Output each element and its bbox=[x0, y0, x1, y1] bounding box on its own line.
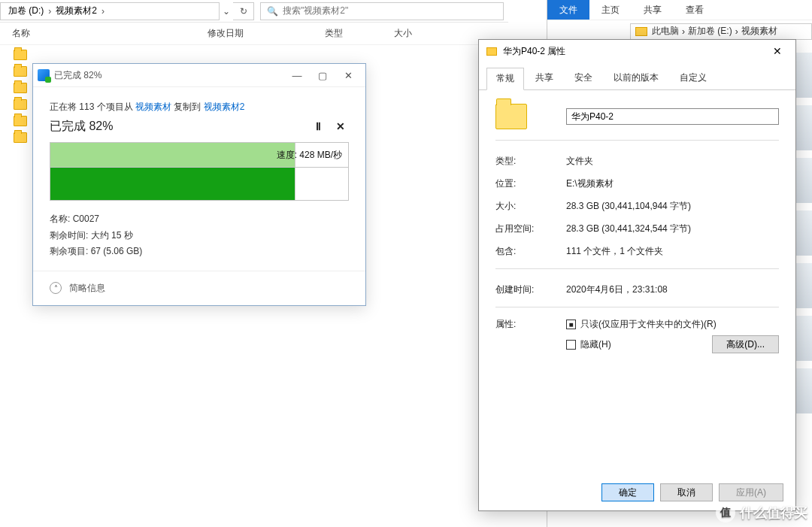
watermark: 值 什么值得买 bbox=[716, 503, 807, 522]
folder-icon bbox=[14, 83, 27, 93]
list-item[interactable] bbox=[14, 47, 508, 63]
label-sizeondisk: 占用空间: bbox=[495, 223, 566, 235]
cancel-button[interactable]: 取消 bbox=[660, 483, 713, 501]
search-placeholder: 搜索"视频素材2" bbox=[283, 5, 348, 17]
search-input[interactable]: 🔍 搜索"视频素材2" bbox=[260, 2, 504, 20]
pause-button[interactable]: Ⅱ bbox=[310, 118, 326, 135]
properties-footer: 确定 取消 应用(A) bbox=[601, 483, 783, 501]
more-info-toggle[interactable]: ˄ 简略信息 bbox=[33, 271, 365, 305]
minimize-button[interactable]: — bbox=[284, 66, 310, 84]
ok-button[interactable]: 确定 bbox=[601, 483, 654, 501]
ribbon-tab-home[interactable]: 主页 bbox=[589, 0, 632, 20]
watermark-icon: 值 bbox=[716, 503, 735, 522]
progress-bar bbox=[50, 168, 349, 201]
copy-percent-row: 已完成 82% Ⅱ ✕ bbox=[50, 118, 349, 135]
speed-fill bbox=[50, 143, 295, 167]
copy-items-left: 剩余项目: 67 (5.06 GB) bbox=[50, 244, 349, 260]
value-sizeondisk: 28.3 GB (30,441,324,544 字节) bbox=[566, 223, 779, 235]
apply-button[interactable]: 应用(A) bbox=[719, 483, 783, 501]
speed-label: 速度: 428 MB/秒 bbox=[277, 149, 342, 162]
breadcrumb-seg[interactable]: 视频素材 bbox=[741, 25, 777, 38]
chevron-right-icon: › bbox=[47, 6, 53, 17]
copy-dest-link[interactable]: 视频素材2 bbox=[204, 101, 245, 112]
label-attributes: 属性: bbox=[495, 318, 566, 331]
col-type[interactable]: 类型 bbox=[325, 27, 394, 40]
value-location: E:\视频素材 bbox=[566, 177, 779, 190]
chevron-up-icon: ˄ bbox=[50, 282, 62, 294]
properties-title: 华为P40-2 属性 bbox=[503, 45, 762, 58]
folder-icon bbox=[486, 47, 497, 56]
tab-share[interactable]: 共享 bbox=[526, 67, 563, 89]
file-copy-dialog: 已完成 82% — ▢ ✕ 正在将 113 个项目从 视频素材 复制到 视频素材… bbox=[32, 63, 366, 306]
search-icon: 🔍 bbox=[267, 6, 278, 17]
chevron-right-icon: › bbox=[100, 6, 106, 17]
folder-icon bbox=[14, 50, 27, 60]
close-button[interactable]: ✕ bbox=[762, 41, 792, 61]
copy-item-name: 名称: C0027 bbox=[50, 211, 349, 228]
tab-customize[interactable]: 自定义 bbox=[670, 67, 717, 89]
copy-sentence: 正在将 113 个项目从 视频素材 复制到 视频素材2 bbox=[50, 101, 349, 114]
copy-dialog-body: 正在将 113 个项目从 视频素材 复制到 视频素材2 已完成 82% Ⅱ ✕ … bbox=[33, 86, 365, 271]
checkbox-hidden[interactable] bbox=[566, 340, 576, 350]
breadcrumb[interactable]: 加卷 (D:) › 视频素材2 › bbox=[0, 2, 220, 20]
watermark-text: 什么值得买 bbox=[740, 504, 807, 522]
close-button[interactable]: ✕ bbox=[335, 66, 361, 84]
breadcrumb-dropdown-icon[interactable]: ⌄ bbox=[220, 6, 233, 17]
label-size: 大小: bbox=[495, 200, 566, 213]
tab-security[interactable]: 安全 bbox=[565, 67, 602, 89]
breadcrumb-right[interactable]: 此电脑 › 新加卷 (E:) › 视频素材 bbox=[630, 23, 812, 40]
folder-icon bbox=[635, 27, 647, 36]
copy-percent-text: 已完成 82% bbox=[50, 119, 304, 135]
folder-icon bbox=[14, 99, 27, 110]
copy-source-link[interactable]: 视频素材 bbox=[135, 101, 171, 112]
tab-previous-versions[interactable]: 以前的版本 bbox=[604, 67, 668, 89]
speed-chart: 速度: 428 MB/秒 bbox=[50, 142, 349, 168]
breadcrumb-seg[interactable]: 新加卷 (E:) bbox=[688, 25, 732, 38]
refresh-button[interactable]: ↻ bbox=[233, 2, 254, 20]
checkbox-readonly[interactable]: ■ bbox=[566, 320, 576, 329]
properties-dialog: 华为P40-2 属性 ✕ 常规 共享 安全 以前的版本 自定义 类型:文件夹 位… bbox=[478, 39, 796, 511]
value-type: 文件夹 bbox=[566, 155, 779, 168]
breadcrumb-seg[interactable]: 此电脑 bbox=[652, 25, 679, 38]
folder-name-input[interactable] bbox=[566, 108, 779, 125]
breadcrumb-seg-drive[interactable]: 加卷 (D:) bbox=[5, 5, 47, 17]
folder-icon bbox=[14, 66, 27, 77]
col-modified[interactable]: 修改日期 bbox=[208, 27, 325, 40]
copy-time-left: 剩余时间: 大约 15 秒 bbox=[50, 228, 349, 244]
ribbon-tabs: 文件 主页 共享 查看 bbox=[547, 0, 812, 20]
ribbon-tab-view[interactable]: 查看 bbox=[674, 0, 716, 20]
properties-titlebar[interactable]: 华为P40-2 属性 ✕ bbox=[479, 40, 795, 62]
copy-progress-icon bbox=[38, 69, 50, 81]
value-contains: 111 个文件，1 个文件夹 bbox=[566, 245, 779, 258]
value-created: 2020年4月6日，23:31:08 bbox=[566, 283, 779, 296]
folder-icon bbox=[14, 116, 27, 126]
copy-sentence-prefix: 正在将 113 个项目从 bbox=[50, 101, 135, 112]
ribbon-tab-file[interactable]: 文件 bbox=[547, 0, 589, 20]
more-info-label: 简略信息 bbox=[69, 282, 105, 295]
copy-dialog-titlebar[interactable]: 已完成 82% — ▢ ✕ bbox=[33, 64, 365, 86]
address-bar-row: 加卷 (D:) › 视频素材2 › ⌄ ↻ 🔍 搜索"视频素材2" bbox=[0, 0, 508, 23]
checkbox-readonly-label: 只读(仅应用于文件夹中的文件)(R) bbox=[580, 318, 717, 331]
tab-general[interactable]: 常规 bbox=[486, 68, 524, 90]
copy-sentence-mid: 复制到 bbox=[171, 101, 204, 112]
folder-large-icon bbox=[495, 104, 527, 129]
checkbox-hidden-label: 隐藏(H) bbox=[580, 338, 611, 351]
advanced-button[interactable]: 高级(D)... bbox=[712, 335, 779, 353]
column-headers: 名称 修改日期 类型 大小 bbox=[0, 23, 508, 45]
cancel-copy-button[interactable]: ✕ bbox=[332, 118, 349, 135]
col-name[interactable]: 名称 bbox=[12, 27, 208, 40]
copy-details: 名称: C0027 剩余时间: 大约 15 秒 剩余项目: 67 (5.06 G… bbox=[50, 211, 349, 260]
properties-body: 类型:文件夹 位置:E:\视频素材 大小:28.3 GB (30,441,104… bbox=[479, 90, 795, 365]
label-location: 位置: bbox=[495, 177, 566, 190]
copy-dialog-title: 已完成 82% bbox=[54, 69, 284, 82]
value-size: 28.3 GB (30,441,104,944 字节) bbox=[566, 200, 779, 213]
ribbon-tab-share[interactable]: 共享 bbox=[632, 0, 674, 20]
folder-icon bbox=[14, 132, 27, 143]
maximize-button[interactable]: ▢ bbox=[310, 66, 335, 84]
label-contains: 包含: bbox=[495, 245, 566, 258]
breadcrumb-seg-folder[interactable]: 视频素材2 bbox=[53, 5, 100, 17]
label-created: 创建时间: bbox=[495, 283, 566, 296]
label-type: 类型: bbox=[495, 155, 566, 168]
col-size[interactable]: 大小 bbox=[394, 27, 439, 40]
progress-fill bbox=[50, 168, 295, 200]
